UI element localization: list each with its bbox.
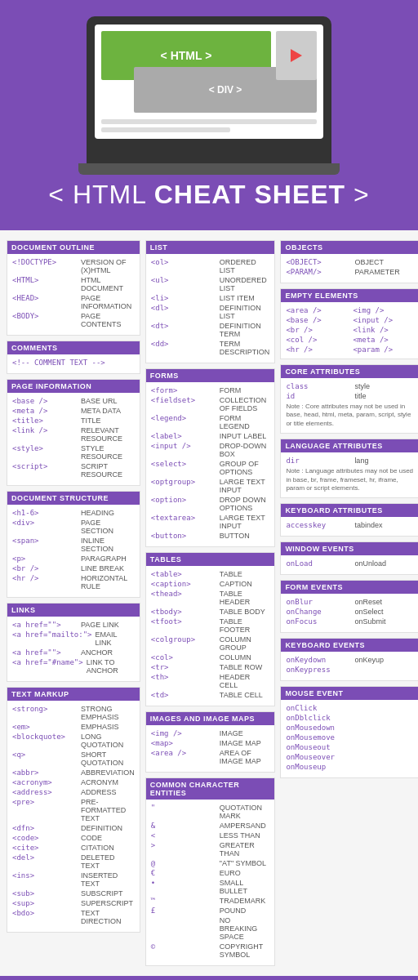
tag-name: <HEAD> xyxy=(12,294,78,302)
tag-desc: TABLE xyxy=(220,570,270,578)
tag-desc: SUPERSCRIPT xyxy=(81,899,135,907)
tag-row: <title> TITLE xyxy=(12,416,135,425)
document-structure-section: DOCUMENT STRUCTURE <h1-6> HEADING <div> … xyxy=(7,491,140,598)
tag-row: > GREATER THAN xyxy=(151,841,270,858)
tag-name: onDblclick xyxy=(286,714,351,722)
tag-row: <button> BUTTON xyxy=(151,532,270,540)
keyboard-attributes-section: KEYBOARD ATTRIBUTES accesskey tabindex xyxy=(280,503,418,537)
tag-row: <img /> IMAGE xyxy=(151,729,270,737)
tag-desc: VERSION OF (X)HTML xyxy=(81,258,135,274)
tag-desc: onUnload xyxy=(354,559,418,568)
tag-desc: FORM LEGEND xyxy=(220,414,270,430)
tag-name: onChange xyxy=(286,608,351,616)
comments-title: COMMENTS xyxy=(7,341,140,354)
tag-desc: HEADER CELL xyxy=(220,673,270,689)
tag-desc: PARAGRAPH xyxy=(81,555,135,563)
tag-desc: LARGE TEXT INPUT xyxy=(220,514,270,530)
tag-desc: SUBSCRIPT xyxy=(81,889,135,898)
page-title-area: < HTML CHEAT SHEET > xyxy=(48,172,369,222)
tag-row: <BODY> PAGE CONTENTS xyxy=(12,312,135,328)
tag-name: <q> xyxy=(12,751,78,759)
tag-row: accesskey tabindex xyxy=(286,521,418,529)
tag-desc: style xyxy=(354,382,418,390)
empty-elements-title: EMPTY ELEMENTS xyxy=(281,289,418,302)
tag-name: <area /> xyxy=(151,749,216,757)
tag-row: <dt> DEFINITION TERM xyxy=(151,322,270,338)
tag-name: <script> xyxy=(12,462,78,470)
tag-name: & xyxy=(151,822,216,830)
tag-name: <!DOCTYPE> xyxy=(12,258,78,266)
tag-desc: TABLE ROW xyxy=(220,663,270,671)
left-column: DOCUMENT OUTLINE <!DOCTYPE> VERSION OF (… xyxy=(7,240,140,966)
tag-name: € xyxy=(151,869,216,877)
tag-row: <pre> PRE-FORMATTED TEXT xyxy=(12,798,135,822)
tag-row: onBlur onReset xyxy=(286,598,418,606)
character-entities-section: COMMON CHARACTER ENTITIES " QUOTATION MA… xyxy=(145,777,276,966)
tag-name: <OBJECT> xyxy=(286,258,351,266)
tag-name: <blockquote> xyxy=(12,733,78,741)
page-information-title: PAGE INFORMATION xyxy=(7,380,140,393)
tag-row: <p> PARAGRAPH xyxy=(12,555,135,563)
comments-section: COMMENTS <!-- COMMENT TEXT --> xyxy=(7,341,140,374)
tables-section: TABLES <table> TABLE <caption> CAPTION <… xyxy=(145,552,276,706)
tag-row: <!-- COMMENT TEXT --> xyxy=(12,359,135,367)
keyboard-events-section: KEYBOARD EVENTS onKeydown onKeyup onKeyp… xyxy=(280,638,418,681)
tag-name: onMouseout xyxy=(286,743,351,751)
play-icon xyxy=(291,49,302,62)
tag-row: <thead> TABLE HEADER xyxy=(151,590,270,606)
tag-desc: ADDRESS xyxy=(81,788,135,796)
tag-row: £ POUND xyxy=(151,906,270,915)
tag-desc: GREATER THAN xyxy=(220,841,270,858)
tag-row: <col> COLUMN xyxy=(151,653,270,662)
tag-desc: META DATA xyxy=(81,407,135,415)
tag-name: <del> xyxy=(12,853,78,862)
tag-desc: TABLE CELL xyxy=(220,691,270,699)
tag-desc: IMAGE xyxy=(220,729,270,737)
tables-title: TABLES xyxy=(146,553,275,566)
middle-column: LIST <ol> ORDERED LIST <ul> UNORDERED LI… xyxy=(145,240,276,966)
tag-desc: onKeyup xyxy=(354,656,418,664)
tag-row: <PARAM/> PARAMETER xyxy=(286,268,418,276)
tag-name: <option> xyxy=(151,496,216,504)
tag-name: <param /> xyxy=(353,345,418,354)
tag-desc: LARGE TEXT INPUT xyxy=(220,478,270,494)
keyboard-events-title: KEYBOARD EVENTS xyxy=(281,639,418,652)
tag-row: onMousedown xyxy=(286,724,418,732)
tag-row: <tbody> TABLE BODY xyxy=(151,608,270,616)
tag-desc: EURO xyxy=(220,869,270,877)
tag-row: dir lang xyxy=(286,457,418,465)
tag-desc: STYLE RESOURCE xyxy=(81,444,135,461)
tag-desc: onSubmit xyxy=(354,617,418,626)
tag-desc: ACRONYM xyxy=(81,778,135,786)
language-attributes-note: Note : Language attributes may not be us… xyxy=(286,467,418,492)
tag-name: <colgroup> xyxy=(151,635,216,644)
tag-desc: TITLE xyxy=(81,416,135,425)
tag-row: <a href=""> ANCHOR xyxy=(12,648,135,657)
tag-row: <optgroup> LARGE TEXT INPUT xyxy=(151,478,270,494)
links-section: LINKS <a href=""> PAGE LINK <a href="mai… xyxy=(7,603,140,682)
tag-name: <sub> xyxy=(12,889,78,898)
tag-row: <address> ADDRESS xyxy=(12,788,135,796)
tag-desc: SCRIPT RESOURCE xyxy=(81,462,135,479)
tag-row: <acronym> ACRONYM xyxy=(12,778,135,786)
tag-desc: LESS THAN xyxy=(220,831,270,840)
tag-name: <meta /> xyxy=(353,336,418,344)
tag-desc: OBJECT xyxy=(354,258,418,266)
tag-name: onMouseup xyxy=(286,763,351,771)
forms-title: FORMS xyxy=(146,369,275,382)
content-area: DOCUMENT OUTLINE <!DOCTYPE> VERSION OF (… xyxy=(0,230,418,976)
tag-desc: COLUMN GROUP xyxy=(220,635,270,652)
tag-desc: PAGE LINK xyxy=(81,621,135,629)
tag-row: <span> INLINE SECTION xyxy=(12,537,135,553)
tag-row: <form> FORM xyxy=(151,386,270,394)
tag-name: <bdo> xyxy=(12,909,78,917)
tag-desc: DROP DOWN OPTIONS xyxy=(220,496,270,512)
tag-row: • SMALL BULLET xyxy=(151,879,270,895)
tag-name: <img /> xyxy=(151,729,216,737)
tag-desc: HEADING xyxy=(81,509,135,517)
tag-desc: DROP-DOWN BOX xyxy=(220,442,270,458)
tag-desc: QUOTATION MARK xyxy=(220,804,270,820)
tag-desc: UNORDERED LIST xyxy=(220,276,270,292)
tag-name: <optgroup> xyxy=(151,478,216,486)
tag-name: <dd> xyxy=(151,340,216,348)
